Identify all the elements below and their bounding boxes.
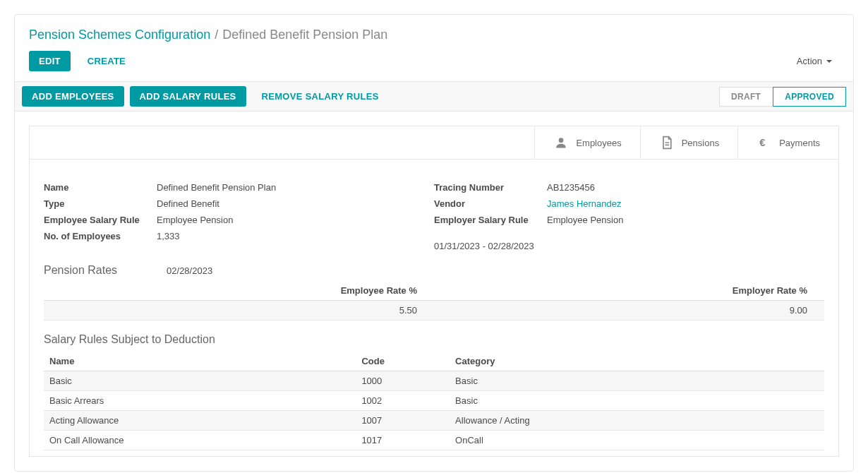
value-date-range: 01/31/2023 - 02/28/2023 — [434, 241, 824, 251]
rule-category: OnCall — [450, 431, 824, 450]
label-tracing: Tracing Number — [434, 182, 547, 193]
cell-employee-rate: 5.50 — [44, 301, 434, 321]
label-empr-rule: Employer Salary Rule — [434, 215, 547, 225]
table-row[interactable]: Basic Arrears 1002 Basic — [44, 391, 824, 411]
rule-category: Allowance / Acting — [450, 411, 824, 431]
breadcrumb-root[interactable]: Pension Schemes Configuration — [29, 28, 210, 42]
rule-code: 1017 — [356, 431, 450, 450]
value-name: Defined Benefit Pension Plan — [157, 182, 276, 193]
table-row[interactable]: Acting Allowance 1007 Allowance / Acting — [44, 411, 824, 431]
breadcrumb: Pension Schemes Configuration / Defined … — [15, 15, 853, 48]
action-menu[interactable]: Action — [790, 52, 839, 71]
col-employee-rate: Employee Rate % — [44, 281, 434, 301]
salary-rules-section: Salary Rules Subject to Deduction Name C… — [30, 321, 838, 456]
status-approved[interactable]: APPROVED — [773, 87, 846, 107]
rule-code: 1007 — [356, 411, 450, 431]
tab-pensions[interactable]: Pensions — [640, 126, 737, 159]
value-tracing: AB1235456 — [547, 182, 595, 193]
breadcrumb-current: Defined Benefit Pension Plan — [222, 28, 387, 42]
value-vendor[interactable]: James Hernandez — [547, 198, 622, 209]
document-icon — [659, 135, 675, 150]
tab-payments-label: Payments — [779, 138, 820, 148]
euro-icon: € — [757, 135, 772, 150]
svg-text:€: € — [760, 136, 766, 148]
value-emp-rule: Employee Pension — [157, 215, 233, 225]
svg-point-0 — [559, 138, 564, 143]
tab-pensions-label: Pensions — [682, 138, 719, 148]
cell-employer-rate: 9.00 — [434, 301, 824, 321]
tab-employees-label: Employees — [576, 138, 621, 148]
card-tabs: Employees Pensions € Payments — [30, 126, 838, 160]
tab-payments[interactable]: € Payments — [737, 126, 838, 159]
rule-category: Basic — [450, 391, 824, 411]
label-emp-rule: Employee Salary Rule — [44, 215, 157, 225]
pension-rates-title: Pension Rates — [44, 264, 117, 277]
pension-rate-row[interactable]: 5.50 9.00 — [44, 301, 824, 321]
value-type: Defined Benefit — [157, 198, 219, 209]
pension-rates-section: Pension Rates 02/28/2023 Employee Rate %… — [30, 251, 838, 321]
add-employees-button[interactable]: ADD EMPLOYEES — [22, 86, 124, 107]
tab-employees[interactable]: Employees — [534, 126, 639, 159]
value-num-emp: 1,333 — [157, 231, 180, 241]
record-card: Employees Pensions € Payments Name — [29, 126, 839, 457]
label-vendor: Vendor — [434, 198, 547, 209]
col-rule-category: Category — [450, 352, 824, 371]
label-num-emp: No. of Employees — [44, 231, 157, 241]
rule-code: 1002 — [356, 391, 450, 411]
create-button[interactable]: CREATE — [78, 51, 135, 71]
edit-button[interactable]: EDIT — [29, 51, 71, 71]
chevron-down-icon — [826, 60, 832, 63]
action-label: Action — [797, 56, 822, 66]
breadcrumb-separator: / — [215, 28, 218, 42]
label-name: Name — [44, 182, 157, 193]
toolbar: EDIT CREATE Action — [15, 48, 853, 81]
label-type: Type — [44, 198, 157, 209]
pension-rates-table: Employee Rate % Employer Rate % 5.50 9.0… — [44, 281, 824, 321]
salary-rules-table: Name Code Category Basic 1000 Basic Basi… — [44, 352, 824, 450]
table-row[interactable]: On Call Allowance 1017 OnCall — [44, 431, 824, 450]
remove-salary-rules-button[interactable]: REMOVE SALARY RULES — [252, 86, 389, 107]
status-bar: ADD EMPLOYEES ADD SALARY RULES REMOVE SA… — [15, 81, 853, 112]
value-empr-rule: Employee Pension — [547, 215, 623, 225]
rule-name: Basic Arrears — [44, 391, 356, 411]
person-icon — [553, 135, 569, 150]
rule-name: Acting Allowance — [44, 411, 356, 431]
table-row[interactable]: Basic 1000 Basic — [44, 371, 824, 391]
pension-rates-date: 02/28/2023 — [145, 265, 212, 276]
add-salary-rules-button[interactable]: ADD SALARY RULES — [130, 86, 246, 107]
rule-code: 1000 — [356, 371, 450, 391]
col-rule-name: Name — [44, 352, 356, 371]
col-rule-code: Code — [356, 352, 450, 371]
rule-name: On Call Allowance — [44, 431, 356, 450]
salary-rules-title: Salary Rules Subject to Deduction — [44, 333, 824, 346]
rule-category: Basic — [450, 371, 824, 391]
details-section: Name Defined Benefit Pension Plan Type D… — [30, 160, 838, 251]
status-draft[interactable]: DRAFT — [719, 87, 773, 107]
col-employer-rate: Employer Rate % — [434, 281, 824, 301]
rule-name: Basic — [44, 371, 356, 391]
